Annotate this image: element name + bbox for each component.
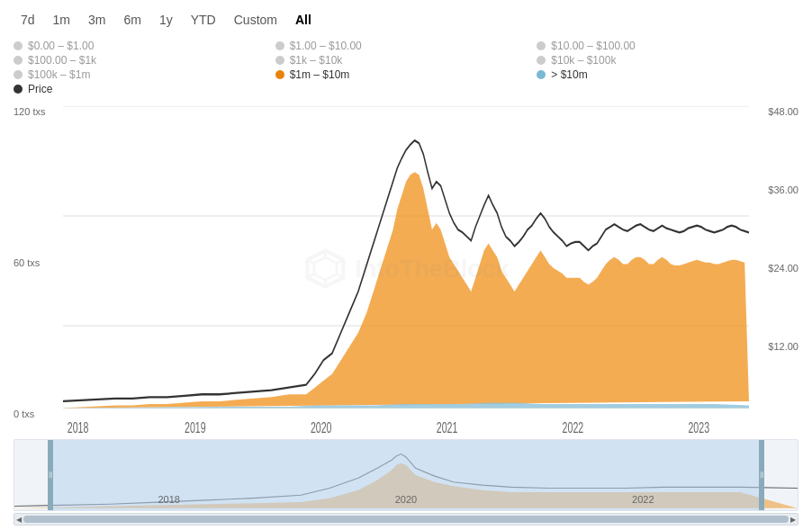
legend-item-7: $1m – $10m [275,68,537,81]
y-left-mid: 60 txs [14,257,40,268]
y-left-bot: 0 txs [14,409,34,419]
legend-dot-2 [537,41,546,50]
legend-label-5: $10k – $100k [551,54,616,67]
main-chart-svg: 2018 2019 2020 2021 2022 2023 [63,106,749,436]
y-left-top: 120 txs [14,106,45,117]
legend-dot-8 [537,70,546,79]
legend-dot-3 [14,56,23,65]
legend-label-0: $0.00 – $1.00 [28,40,94,52]
tab-7d[interactable]: 7d [14,9,42,31]
svg-text:2023: 2023 [688,418,709,436]
legend-item-2: $10.00 – $100.00 [537,40,798,52]
legend-item-4: $1k – $10k [275,54,537,67]
chart-wrapper: 120 txs 60 txs 0 txs [14,106,798,526]
scroll-left-arrow[interactable]: ◀ [16,516,22,524]
nav-year-2022: 2022 [632,494,654,505]
legend-label-1: $1.00 – $10.00 [290,40,362,52]
chart-legend: $0.00 – $1.00 $1.00 – $10.00 $10.00 – $1… [14,40,798,95]
time-range-tabs: 7d 1m 3m 6m 1y YTD Custom All [14,9,798,31]
navigator-inner: ⦀ ⦀ 2018 2020 2022 [14,440,798,510]
tab-6m[interactable]: 6m [116,9,148,31]
main-container: 7d 1m 3m 6m 1y YTD Custom All $0.00 – $1… [0,0,812,530]
scroll-right-arrow[interactable]: ▶ [790,516,796,524]
legend-label-8: > $10m [551,68,587,81]
nav-year-2018: 2018 [158,494,179,505]
legend-dot-price [14,85,23,94]
legend-dot-1 [275,41,284,50]
y-right-4: $12.00 [768,341,798,352]
legend-item-price: Price [14,83,275,95]
legend-label-7: $1m – $10m [290,68,350,81]
legend-item-3: $100.00 – $1k [14,54,275,67]
legend-item-8: > $10m [537,68,798,81]
tab-all[interactable]: All [288,9,319,31]
y-right-2: $36.00 [768,184,798,195]
svg-text:2018: 2018 [68,418,89,436]
svg-text:2019: 2019 [185,418,206,436]
tab-custom[interactable]: Custom [227,9,284,31]
chart-main: 120 txs 60 txs 0 txs [14,106,798,436]
nav-year-2020: 2020 [395,494,417,505]
navigator[interactable]: ⦀ ⦀ 2018 2020 2022 [14,439,798,511]
chart-inner: IntoTheBlock 2018 2019 [63,106,749,436]
y-right-1: $48.00 [768,106,798,117]
legend-item-5: $10k – $100k [537,54,798,67]
legend-dot-7 [275,70,284,79]
legend-dot-6 [14,70,23,79]
legend-dot-4 [275,56,284,65]
legend-label-4: $1k – $10k [290,54,343,67]
y-axis-left: 120 txs 60 txs 0 txs [14,106,63,436]
y-axis-right: $48.00 $36.00 $24.00 $12.00 [749,106,798,436]
svg-text:2022: 2022 [563,418,584,436]
legend-dot-0 [14,41,23,50]
legend-item-0: $0.00 – $1.00 [14,40,275,52]
tab-ytd[interactable]: YTD [184,9,223,31]
y-right-3: $24.00 [768,263,798,274]
legend-label-6: $100k – $1m [28,68,90,81]
tab-1m[interactable]: 1m [46,9,77,31]
legend-dot-5 [537,56,546,65]
legend-item-1: $1.00 – $10.00 [275,40,537,52]
tab-3m[interactable]: 3m [81,9,113,31]
legend-item-6: $100k – $1m [14,68,275,81]
svg-text:2020: 2020 [311,418,332,436]
legend-label-price: Price [28,83,52,95]
svg-text:2021: 2021 [437,418,458,436]
scrollbar-thumb[interactable] [23,516,789,523]
legend-label-3: $100.00 – $1k [28,54,96,67]
navigator-year-labels: 2018 2020 2022 [50,494,762,505]
tab-1y[interactable]: 1y [152,9,180,31]
legend-label-2: $10.00 – $100.00 [551,40,635,52]
horizontal-scrollbar[interactable]: ◀ ▶ [14,513,798,526]
